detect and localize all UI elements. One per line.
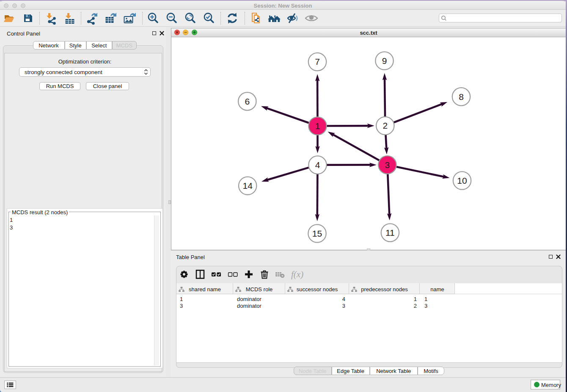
svg-text:10: 10 xyxy=(457,176,467,185)
svg-text:6: 6 xyxy=(245,97,250,106)
svg-text:1: 1 xyxy=(315,121,320,131)
svg-text:2: 2 xyxy=(383,121,388,130)
svg-text:11: 11 xyxy=(385,228,395,237)
svg-text:4: 4 xyxy=(315,160,320,170)
svg-text:3: 3 xyxy=(385,160,390,170)
svg-text:7: 7 xyxy=(315,57,320,66)
svg-text:9: 9 xyxy=(382,56,387,66)
svg-text:8: 8 xyxy=(459,92,464,102)
svg-text:15: 15 xyxy=(312,229,322,238)
svg-text:14: 14 xyxy=(243,181,253,190)
